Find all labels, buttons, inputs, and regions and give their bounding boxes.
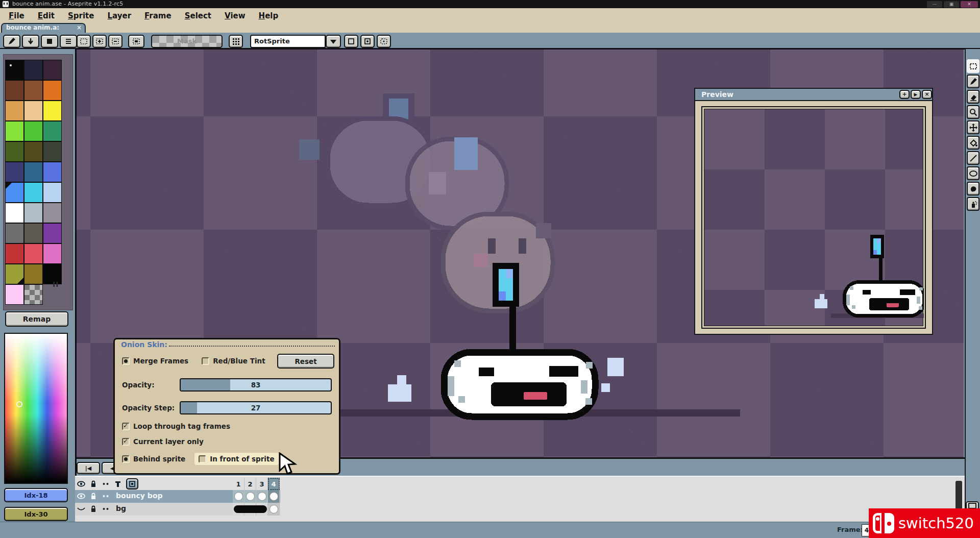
linked-cel-pill[interactable] (234, 505, 267, 513)
pivot-center-button[interactable] (360, 35, 375, 48)
toolbar-filled-square-button[interactable] (41, 35, 58, 48)
palette-swatch[interactable] (43, 80, 62, 101)
close-button[interactable]: ✕ (961, 1, 978, 8)
minimize-button[interactable]: — (927, 1, 942, 8)
palette-swatch[interactable] (43, 162, 62, 182)
palette-swatch[interactable] (24, 101, 43, 121)
close-icon[interactable]: × (922, 90, 932, 99)
palette-swatch[interactable] (5, 243, 24, 264)
reset-button[interactable]: Reset (277, 354, 334, 369)
cel-options-button[interactable] (126, 478, 138, 490)
timeline-header-eye[interactable] (75, 478, 87, 490)
pivot-edges-button[interactable] (377, 35, 391, 48)
select-replace-button[interactable] (77, 35, 91, 48)
tool-pencil[interactable] (967, 75, 979, 88)
palette-swatch[interactable] (5, 223, 24, 243)
play-icon[interactable]: ▶ (911, 90, 921, 99)
opacity-slider[interactable]: 83 (180, 378, 332, 392)
cel-bouncy-bop-4[interactable] (268, 490, 280, 503)
tab-close-icon[interactable]: × (77, 24, 82, 32)
menu-sprite[interactable]: Sprite (61, 10, 101, 21)
tool-paint-bucket[interactable] (967, 136, 979, 150)
palette-swatch[interactable] (5, 121, 24, 141)
palette-swatch[interactable] (5, 80, 24, 101)
tool-line[interactable] (967, 151, 979, 165)
in-front-of-sprite-radio[interactable] (199, 455, 206, 463)
menu-select[interactable]: Select (178, 10, 218, 21)
behind-sprite-label[interactable]: Behind sprite (133, 455, 185, 463)
palette-swatch[interactable] (5, 284, 24, 305)
background-index-button[interactable]: Idx-30 (4, 507, 68, 521)
palette-swatch[interactable] (24, 223, 43, 243)
palette-swatch[interactable] (5, 141, 24, 162)
pivot-box-button[interactable] (344, 35, 358, 48)
grid-button[interactable] (229, 35, 243, 48)
palette-swatch[interactable] (24, 121, 43, 141)
palette-swatch[interactable] (43, 243, 62, 264)
palette-swatch[interactable] (43, 141, 62, 162)
menu-edit[interactable]: Edit (31, 10, 61, 21)
layer-link-icon[interactable] (100, 503, 112, 515)
palette-swatch[interactable] (43, 223, 62, 243)
center-icon[interactable]: + (899, 90, 910, 99)
tool-ellipse[interactable] (967, 166, 979, 180)
palette-swatch[interactable] (5, 60, 24, 80)
select-subtract-button[interactable] (108, 35, 122, 48)
palette-swatch[interactable] (24, 203, 43, 223)
timeline-header-link-dots[interactable] (100, 478, 112, 490)
palette-swatch[interactable] (24, 80, 43, 101)
current-layer-only-checkbox[interactable] (122, 438, 130, 446)
document-tab[interactable]: bounce anim.a: × (1, 23, 86, 33)
timeline-header-lock[interactable] (87, 478, 100, 490)
select-add-button[interactable] (92, 35, 107, 48)
menu-help[interactable]: Help (252, 10, 285, 21)
red-blue-tint-label[interactable]: Red/Blue Tint (213, 357, 265, 365)
menu-view[interactable]: View (218, 10, 252, 21)
preview-title-bar[interactable]: Preview + ▶ × (695, 89, 932, 101)
preview-window[interactable]: Preview + ▶ × (694, 88, 933, 335)
frame-header-2[interactable]: 2 (244, 478, 256, 490)
layer-visibility-icon[interactable] (75, 490, 87, 502)
palette-swatch[interactable] (43, 203, 62, 223)
timeline-header-anchor-t[interactable] (112, 478, 124, 490)
loop-tag-frames-checkbox[interactable] (122, 423, 130, 430)
rotation-algorithm-select[interactable]: RotSprite (250, 35, 326, 48)
cel-bouncy-bop-1[interactable] (233, 490, 244, 503)
cel-bg-4[interactable] (268, 503, 280, 516)
red-blue-tint-radio[interactable] (202, 357, 209, 365)
loop-tag-frames-label[interactable]: Loop through tag frames (133, 422, 230, 430)
tool-rectangular-marquee[interactable] (967, 59, 979, 73)
menu-frame[interactable]: Frame (138, 10, 178, 21)
palette-swatch[interactable] (43, 60, 62, 80)
tool-eraser[interactable] (967, 90, 979, 104)
palette-swatch[interactable] (43, 182, 62, 203)
onion-skin-dialog[interactable]: Onion Skin: Merge Frames Red/Blue Tint R… (113, 338, 340, 475)
palette-swatch[interactable] (24, 182, 43, 203)
tool-zoom[interactable] (967, 105, 979, 119)
toolbar-pencil-button[interactable] (3, 35, 20, 48)
foreground-index-button[interactable]: Idx-18 (4, 488, 68, 502)
palette-swatch[interactable] (5, 203, 24, 223)
palette-swatch[interactable] (24, 284, 43, 305)
current-layer-only-label[interactable]: Current layer only (133, 437, 204, 446)
palette-swatch[interactable] (24, 264, 43, 284)
transparent-color-button[interactable] (128, 35, 144, 48)
layer-row-bg[interactable]: bg (75, 503, 280, 516)
layer-name[interactable]: bouncy bop (116, 492, 163, 500)
layer-name[interactable]: bg (116, 504, 126, 512)
palette-swatch[interactable] (43, 101, 62, 121)
layer-lock-icon[interactable] (87, 503, 100, 515)
palette-swatch[interactable] (5, 162, 24, 182)
tool-contour[interactable] (967, 182, 979, 195)
layer-lock-icon[interactable] (87, 490, 100, 502)
palette-swatch[interactable] (24, 141, 43, 162)
frame-header-4[interactable]: 4 (268, 478, 280, 490)
layer-row-bouncy-bop[interactable]: bouncy bop (75, 490, 280, 503)
first-frame-button[interactable]: |◀ (77, 462, 100, 474)
palette-swatch[interactable] (5, 264, 24, 284)
in-front-of-sprite-option[interactable]: In front of sprite (194, 453, 278, 465)
palette-swatch[interactable] (24, 60, 43, 80)
merge-frames-label[interactable]: Merge Frames (133, 357, 188, 365)
layer-link-icon[interactable] (100, 490, 112, 502)
opacity-step-slider[interactable]: 27 (180, 401, 332, 414)
